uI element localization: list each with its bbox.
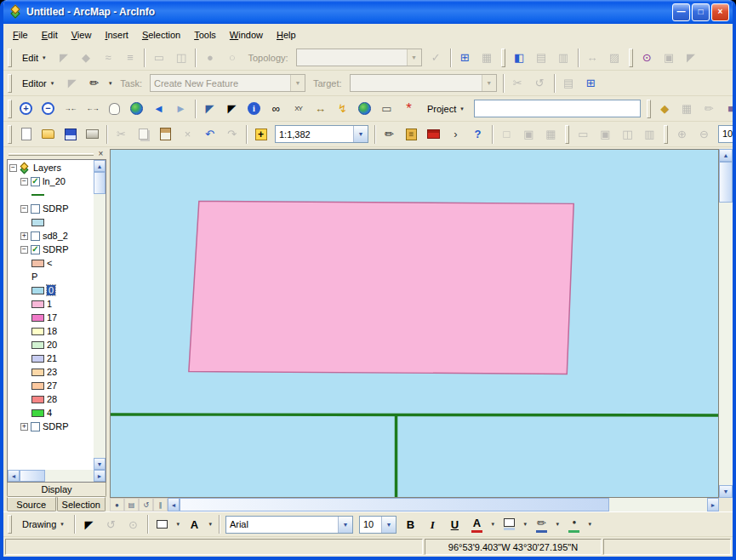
go-to-xy-button[interactable]: XY	[288, 98, 309, 119]
whats-this-button[interactable]: ?	[467, 123, 488, 145]
menu-help[interactable]: Help	[270, 27, 303, 43]
find-button[interactable]: ∞	[265, 98, 287, 119]
editor-menu-button[interactable]: Editor▾	[15, 74, 60, 93]
menu-edit[interactable]: Edit	[35, 27, 65, 43]
legend-swatch[interactable]	[31, 300, 44, 308]
legend-swatch[interactable]	[31, 369, 44, 376]
toc-drag-grip[interactable]	[9, 153, 94, 156]
shared-features-button[interactable]: ◧	[509, 47, 530, 68]
layer-label[interactable]: 4	[47, 408, 52, 418]
toc-row[interactable]: 20	[8, 338, 94, 351]
select-elements-tool-button[interactable]: ◤	[78, 514, 100, 535]
fixed-zoom-out-button[interactable]: ←→	[82, 98, 103, 119]
layer-label[interactable]: SDRP	[43, 203, 69, 214]
scale-combo[interactable]: 1:1,382▼	[275, 125, 368, 143]
pan-button[interactable]	[104, 98, 125, 119]
line-color-button[interactable]: ✏	[531, 514, 552, 535]
snapping-toolbar-grip[interactable]	[629, 49, 633, 67]
text-tool-button[interactable]: A	[184, 514, 205, 535]
edit-menu-button[interactable]: Edit▾	[15, 49, 52, 67]
toc-row[interactable]	[8, 188, 94, 202]
shared-edit-toolbar-grip[interactable]	[501, 49, 505, 67]
legend-swatch[interactable]	[31, 219, 44, 226]
collapse-expander-icon[interactable]: −	[9, 164, 17, 172]
tab-source[interactable]: Source	[7, 497, 56, 511]
layer-label[interactable]: 18	[47, 326, 57, 336]
layer-label[interactable]: SDRP	[43, 421, 69, 431]
drawing-toolbar-grip[interactable]	[8, 515, 12, 534]
toc-row[interactable]: 27	[8, 379, 94, 392]
legend-swatch[interactable]	[31, 396, 44, 403]
font-size-combo[interactable]: 10▼	[359, 516, 397, 534]
arccatalog-button[interactable]: ≡	[401, 123, 422, 145]
drawing-menu-button[interactable]: Drawing▾	[15, 515, 71, 534]
toc-vscroll-track[interactable]	[94, 194, 106, 458]
layer-label[interactable]: 27	[47, 380, 57, 391]
identify-button[interactable]: i	[243, 98, 265, 119]
map-scroll-up-icon[interactable]: ▲	[719, 149, 733, 162]
text-tool-dropdown[interactable]: ▾	[206, 514, 215, 535]
menu-insert[interactable]: Insert	[98, 27, 135, 43]
map-canvas[interactable]	[110, 149, 719, 498]
layer-visibility-checkbox[interactable]: ✓	[31, 177, 40, 186]
collapse-expander-icon[interactable]: −	[20, 178, 28, 186]
toc-horizontal-scrollbar[interactable]: ◄ ►	[8, 470, 106, 482]
save-button[interactable]	[60, 123, 81, 145]
shape-tool-dropdown[interactable]: ▾	[174, 514, 183, 535]
map-scroll-left-icon[interactable]: ◄	[168, 498, 180, 511]
full-extent-button[interactable]	[126, 98, 147, 119]
layer-label[interactable]: 20	[47, 340, 57, 350]
toc-row[interactable]: P	[8, 270, 94, 283]
toc-row[interactable]: −✓ln_20	[8, 174, 94, 188]
tools-right-grip[interactable]	[647, 100, 651, 118]
toc-scroll-down-icon[interactable]: ▼	[94, 458, 106, 470]
tools-toolbar-grip[interactable]	[8, 100, 12, 118]
toc-row[interactable]: 18	[8, 324, 94, 338]
menu-selection[interactable]: Selection	[135, 27, 187, 43]
layer-label[interactable]: ln_20	[43, 176, 66, 186]
project-input[interactable]	[474, 100, 641, 117]
map-line-feature-1[interactable]	[111, 414, 718, 415]
zoom-in-button[interactable]: +	[15, 98, 37, 119]
legend-swatch[interactable]	[31, 314, 44, 322]
refresh-view-button[interactable]: ↺	[139, 498, 153, 511]
map-topology-button[interactable]: ⊞	[454, 47, 476, 68]
toc-row[interactable]: −SDRP	[8, 202, 94, 215]
layer-label[interactable]: SDRP	[43, 244, 69, 254]
command-line-button[interactable]: ›	[445, 123, 466, 145]
marker-color-dropdown[interactable]: ▾	[585, 514, 595, 535]
map-svg[interactable]	[111, 150, 718, 497]
layout-right-grip[interactable]	[664, 125, 668, 144]
layout-toolbar-grip[interactable]	[565, 125, 569, 144]
menu-window[interactable]: Window	[223, 27, 270, 43]
legend-swatch[interactable]	[31, 409, 44, 417]
map-hscroll-track[interactable]	[609, 498, 707, 511]
menu-file[interactable]: File	[6, 27, 35, 43]
layer-label[interactable]: 1	[47, 299, 52, 309]
layer-label[interactable]: Layers	[33, 163, 61, 173]
toc-row[interactable]: <	[8, 256, 94, 270]
layer-label[interactable]: 21	[47, 353, 57, 363]
fixed-zoom-in-button[interactable]: →←	[60, 98, 81, 119]
bold-button[interactable]: B	[400, 514, 421, 535]
map-scroll-down-icon[interactable]: ▼	[719, 485, 733, 498]
expand-expander-icon[interactable]: +	[20, 232, 28, 240]
collapse-expander-icon[interactable]: −	[20, 246, 28, 254]
toc-hscroll-thumb[interactable]	[20, 470, 45, 482]
hyperlink-button[interactable]: ↯	[332, 98, 353, 119]
map-vscroll-thumb[interactable]	[719, 162, 733, 203]
topology-toolbar-grip[interactable]	[8, 49, 12, 67]
tab-display[interactable]: Display	[7, 483, 106, 497]
select-elements-button[interactable]: ◤	[221, 98, 242, 119]
map-polygon-feature[interactable]	[189, 201, 573, 374]
expand-expander-icon[interactable]: +	[20, 423, 28, 431]
legend-swatch[interactable]	[31, 260, 44, 267]
fill-color-dropdown[interactable]: ▾	[521, 514, 530, 535]
standard-toolbar-grip[interactable]	[8, 125, 12, 144]
layer-label[interactable]: P	[31, 271, 37, 282]
toc-scroll-right-icon[interactable]: ►	[94, 470, 106, 482]
scale-combo-dropdown-icon[interactable]: ▼	[353, 126, 368, 142]
toc-vertical-scrollbar[interactable]: ▲ ▼	[94, 160, 106, 470]
toc-close-icon[interactable]: ×	[95, 149, 106, 159]
open-button[interactable]	[37, 123, 59, 145]
